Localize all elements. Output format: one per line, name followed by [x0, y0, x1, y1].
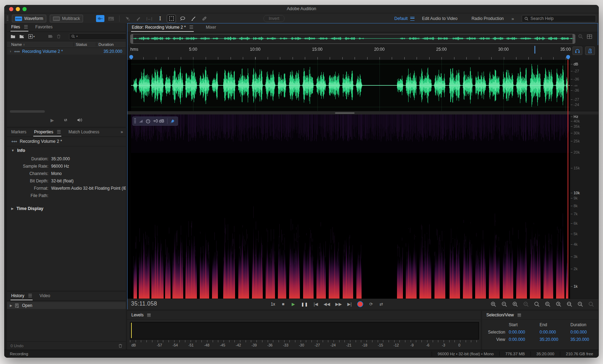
waveform-canvas[interactable]	[131, 60, 570, 111]
editor-panel-menu-icon[interactable]	[190, 26, 193, 29]
zoom-out-point-button[interactable]	[555, 301, 562, 308]
play-button[interactable]: ▶	[291, 302, 296, 307]
editor-grid-icon[interactable]	[587, 34, 592, 39]
spectral-display[interactable]: Hz40k35k30k25k20k15k10k9k8k7k6k5k4k3k2k1…	[128, 114, 598, 299]
tab-favorites[interactable]: Favorites	[31, 24, 56, 31]
navigator-overview-canvas[interactable]	[131, 34, 574, 43]
zoom-amplitude-in-button[interactable]	[511, 301, 519, 308]
speed[interactable]: 1x	[270, 302, 275, 307]
gain-hud[interactable]: +0 dB	[132, 117, 178, 126]
navigator-right-handle[interactable]	[573, 34, 575, 43]
column-status[interactable]: Status	[73, 42, 96, 47]
new-file-icon[interactable]: ▾	[28, 34, 35, 38]
razor-tool-icon[interactable]	[134, 15, 143, 22]
sv-duration-value[interactable]: 0:00.000	[570, 329, 598, 336]
loop-playback-button[interactable]: ⟳	[369, 302, 374, 307]
hud-grip-icon[interactable]	[134, 118, 136, 124]
navigator-left-handle[interactable]	[131, 34, 133, 43]
show-waveform-icon[interactable]	[96, 15, 104, 22]
sv-start-value[interactable]: 0:00.000	[509, 329, 540, 336]
levels-title-label[interactable]: Levels	[131, 313, 144, 317]
sv-end-value[interactable]: 0:00.000	[540, 329, 570, 336]
workspace-selector[interactable]: Default	[394, 16, 414, 21]
preview-play-icon[interactable]: ▶	[50, 118, 54, 123]
tab-video[interactable]: Video	[35, 293, 54, 300]
amplitude-scale[interactable]: dB-27-36-∞-36-27-24	[570, 60, 599, 111]
menu-item-0[interactable]: Edit Audio to Video	[422, 16, 458, 21]
skip-to-end-button[interactable]: ▶|	[347, 302, 352, 307]
hud-pin-icon[interactable]	[170, 119, 175, 124]
zoom-navigator[interactable]	[130, 34, 575, 44]
zoom-reset-button[interactable]	[533, 301, 541, 308]
file-row[interactable]: ›+++Recording Volume 2 *35:20.000	[7, 48, 126, 55]
multitrack-view-button[interactable]: Multitrack	[50, 15, 83, 22]
zoom-in-button[interactable]	[489, 301, 497, 308]
paintbrush-selection-tool-icon[interactable]	[189, 15, 198, 22]
divider-knob[interactable]	[335, 112, 355, 114]
metronome-button[interactable]	[585, 47, 595, 55]
workspace-overflow-button[interactable]: »	[512, 16, 514, 21]
open-file-icon[interactable]	[11, 34, 16, 38]
ruler-unit-label[interactable]: hms	[130, 47, 138, 52]
info-section-header[interactable]: ▼ Info	[7, 146, 126, 155]
zoom-in-point-button[interactable]	[544, 301, 551, 308]
stop-button[interactable]: ■	[281, 302, 286, 307]
time-selection-tool-icon[interactable]: I	[156, 15, 164, 22]
record-button[interactable]	[357, 301, 363, 307]
selection-view-title-label[interactable]: Selection/View	[486, 313, 514, 317]
pause-button[interactable]: ❚❚	[301, 302, 308, 307]
time-display-section-header[interactable]: ▶ Time Display	[7, 204, 126, 213]
marquee-selection-tool-icon[interactable]	[167, 15, 176, 22]
preview-loop-icon[interactable]	[63, 118, 68, 122]
zoom-out-full-icon[interactable]	[578, 34, 583, 39]
trash-icon[interactable]	[118, 344, 122, 348]
sv-start-value[interactable]: 0:00.000	[509, 336, 540, 343]
files-panel-menu-icon[interactable]	[24, 25, 28, 28]
files-horizontal-scrollbar[interactable]	[10, 110, 45, 113]
levels-panel-menu-icon[interactable]	[147, 314, 151, 317]
sv-end-value[interactable]: 35:20.000	[540, 336, 570, 343]
files-search-box[interactable]: ▾	[69, 33, 126, 40]
skip-to-start-button[interactable]: |◀	[313, 302, 318, 307]
toolbar-grip[interactable]	[7, 16, 8, 21]
preview-auto-play-icon[interactable]	[77, 118, 82, 122]
spot-healing-tool-icon[interactable]	[200, 15, 208, 22]
column-name[interactable]: Name	[11, 42, 22, 47]
monitor-input-button[interactable]	[573, 47, 582, 55]
slip-tool-icon[interactable]: |↔|	[145, 15, 153, 22]
tab-files[interactable]: Files	[7, 24, 31, 31]
zoom-amplitude-out-button[interactable]	[522, 301, 530, 308]
waveform-view-button[interactable]: Waveform	[12, 15, 46, 22]
skip-selection-button[interactable]: ⇄	[379, 302, 384, 307]
move-tool-icon[interactable]	[123, 15, 132, 22]
zoom-out-button[interactable]	[500, 301, 508, 308]
fast-forward-button[interactable]: ▶▶	[335, 302, 342, 307]
tab-match-loudness[interactable]: Match Loudness	[64, 130, 103, 136]
waveform-display[interactable]: dB-27-36-∞-36-27-24	[128, 60, 598, 111]
invert-button[interactable]: Invert	[263, 15, 285, 22]
history-panel-menu-icon[interactable]	[28, 294, 32, 297]
tab-mixer[interactable]: Mixer	[201, 25, 219, 32]
current-time-display[interactable]: 35:11.058	[131, 301, 157, 307]
column-duration[interactable]: Duration	[96, 42, 126, 47]
tab-markers[interactable]: Markers	[7, 130, 30, 136]
hud-gain-value[interactable]: +0 dB	[153, 119, 164, 124]
spectral-canvas[interactable]	[131, 114, 570, 299]
tab-editor[interactable]: Editor: Recording Volume 2 *	[128, 25, 197, 32]
tab-history[interactable]: History	[7, 293, 35, 300]
ruler-marker[interactable]	[534, 46, 535, 54]
help-search-box[interactable]: Search Help	[522, 15, 596, 22]
expand-chevron-icon[interactable]: ›	[7, 49, 14, 53]
files-list-header[interactable]: Name ↑ Status Duration	[7, 41, 126, 48]
selection-view-menu-icon[interactable]	[518, 314, 521, 317]
menu-item-1[interactable]: Radio Production	[472, 16, 504, 21]
timeline-ruler[interactable]: hms 5:0010:0015:0020:0025:0030:0035:00	[128, 45, 598, 60]
history-item-open[interactable]: ▶ Open	[7, 302, 126, 309]
panel-overflow-button[interactable]: »	[121, 130, 126, 136]
timer-record-button[interactable]	[576, 301, 584, 308]
trash-icon[interactable]	[57, 34, 61, 38]
zoom-selection-button[interactable]	[566, 301, 573, 308]
import-file-icon[interactable]	[19, 34, 25, 38]
lasso-selection-tool-icon[interactable]	[178, 15, 187, 22]
tab-properties[interactable]: Properties	[30, 130, 64, 136]
